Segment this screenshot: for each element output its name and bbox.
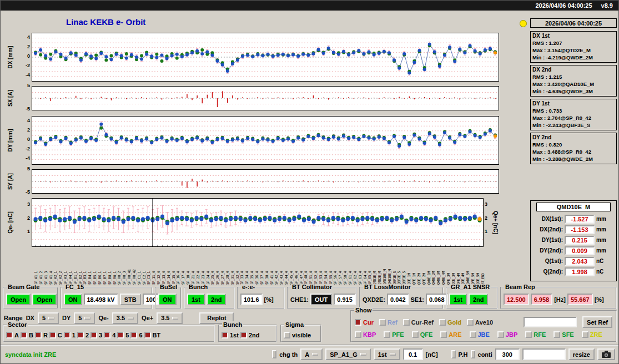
checkbox[interactable] bbox=[412, 331, 419, 338]
y-tick-label: 2 bbox=[27, 127, 30, 133]
checkbox[interactable] bbox=[582, 331, 588, 338]
bunch-2nd-button[interactable]: 2nd bbox=[207, 294, 227, 305]
checkbox[interactable] bbox=[403, 319, 410, 326]
blank-field[interactable] bbox=[522, 348, 566, 360]
show-cur-ref[interactable]: Cur-Ref bbox=[403, 319, 434, 326]
show-ref[interactable]: Ref bbox=[379, 319, 397, 326]
sector-5[interactable]: 5 bbox=[117, 332, 129, 338]
sx-plot[interactable] bbox=[32, 86, 499, 110]
show-jbp[interactable]: JBP bbox=[497, 331, 517, 338]
checkbox[interactable] bbox=[355, 331, 361, 338]
checkbox[interactable] bbox=[6, 332, 13, 338]
interval-field[interactable]: 300 bbox=[495, 348, 520, 360]
checkbox[interactable] bbox=[384, 331, 390, 338]
sector-bt[interactable]: BT bbox=[144, 332, 161, 338]
checkbox[interactable] bbox=[525, 331, 532, 338]
show-kbp[interactable]: KBP bbox=[355, 331, 376, 338]
che1-out-button[interactable]: OUT bbox=[310, 294, 332, 305]
checkbox[interactable] bbox=[222, 332, 228, 338]
monitor-select-value: SP_A1_G bbox=[330, 351, 358, 358]
sector-b[interactable]: B bbox=[21, 332, 33, 338]
chg-th-toggle[interactable] bbox=[272, 350, 276, 358]
sy-plot[interactable] bbox=[32, 169, 499, 194]
bunch-select[interactable]: 1st bbox=[374, 348, 400, 360]
monitor-x-label: SP_B5_1 bbox=[93, 250, 98, 285]
sector-6[interactable]: 6 bbox=[130, 332, 142, 338]
resize-button[interactable]: resize bbox=[568, 348, 595, 360]
checkbox[interactable] bbox=[144, 332, 151, 338]
checkbox[interactable] bbox=[77, 332, 84, 338]
monitor-x-label: SP_54_4 bbox=[324, 250, 329, 285]
range-qe-plus-select[interactable]: 3.5 bbox=[157, 312, 183, 324]
sector-a[interactable]: A bbox=[6, 332, 19, 338]
fc15-on-button[interactable]: ON bbox=[64, 294, 82, 305]
conti-toggle[interactable] bbox=[471, 350, 475, 358]
checkbox[interactable] bbox=[90, 332, 97, 338]
busel-on-button[interactable]: ON bbox=[158, 294, 177, 305]
checkbox[interactable] bbox=[440, 331, 447, 338]
range-dx-select[interactable]: 5 bbox=[38, 312, 59, 324]
checkbox[interactable] bbox=[35, 332, 42, 338]
checkbox[interactable] bbox=[497, 331, 504, 338]
dy-plot[interactable] bbox=[32, 116, 499, 165]
checkbox[interactable] bbox=[21, 332, 27, 338]
show-sfe[interactable]: SFE bbox=[553, 331, 573, 338]
beam-rep-percent-unit: [%] bbox=[595, 296, 604, 303]
show-ave10[interactable]: Ave10 bbox=[467, 319, 493, 326]
range-qe-minus-select[interactable]: 3.5 bbox=[112, 312, 138, 324]
show-pfe[interactable]: PFE bbox=[384, 331, 404, 338]
sector-2[interactable]: 2 bbox=[77, 332, 89, 338]
bunch-1st-button[interactable]: 1st bbox=[187, 294, 205, 305]
gr-snsr-2nd-button[interactable]: 2nd bbox=[469, 294, 489, 305]
checkbox[interactable] bbox=[355, 319, 361, 326]
checkbox[interactable] bbox=[117, 332, 124, 338]
show-qfe[interactable]: QFE bbox=[412, 331, 433, 338]
sector-3[interactable]: 3 bbox=[90, 332, 102, 338]
ref-name-input[interactable] bbox=[524, 317, 577, 327]
sx-plot-row: SX [A] 5-5 bbox=[3, 86, 499, 110]
sector-c[interactable]: C bbox=[49, 332, 62, 338]
checkbox[interactable] bbox=[130, 332, 137, 338]
checkbox-label: 4 bbox=[112, 332, 115, 338]
checkbox[interactable] bbox=[284, 332, 290, 338]
checkbox[interactable] bbox=[49, 332, 56, 338]
sigma-visible-toggle[interactable]: visible bbox=[284, 332, 311, 338]
ph-toggle[interactable] bbox=[451, 350, 456, 358]
checkbox[interactable] bbox=[470, 331, 476, 338]
bunch-1st[interactable]: 1st bbox=[222, 332, 239, 338]
gr-snsr-1st-button[interactable]: 1st bbox=[449, 294, 467, 305]
sector-4[interactable]: 4 bbox=[104, 332, 115, 338]
dx-plot-row: DX [mm] 420-2-4 bbox=[3, 33, 499, 82]
monitor-select[interactable]: SP_A1_G bbox=[325, 348, 371, 360]
show-gold[interactable]: Gold bbox=[439, 319, 461, 326]
qe-plot[interactable] bbox=[32, 198, 484, 247]
checkbox[interactable] bbox=[467, 319, 474, 326]
sector-select[interactable]: A bbox=[300, 348, 323, 360]
sector-1[interactable]: 1 bbox=[64, 332, 76, 338]
camera-button[interactable] bbox=[597, 348, 615, 360]
beam-gate-open-button-2[interactable]: Open bbox=[32, 294, 57, 305]
show-cur[interactable]: Cur bbox=[355, 319, 374, 326]
sector-r[interactable]: R bbox=[35, 332, 48, 338]
show-are[interactable]: ARE bbox=[440, 331, 461, 338]
dx-plot[interactable] bbox=[32, 33, 499, 82]
checkbox[interactable] bbox=[553, 331, 560, 338]
stat-line: RMS : 1.215 bbox=[532, 73, 615, 80]
range-dy-select[interactable]: 5 bbox=[74, 312, 95, 324]
threshold-field[interactable]: 0.1 bbox=[403, 348, 423, 360]
status-controls: chg th A SP_A1_G 1st 0.1 [nC] P.H conti … bbox=[272, 348, 615, 360]
checkbox[interactable] bbox=[64, 332, 71, 338]
show-zre[interactable]: ZRE bbox=[582, 331, 602, 338]
beam-gate-open-button-1[interactable]: Open bbox=[6, 294, 31, 305]
stat-box-title: DY 1st bbox=[532, 100, 615, 107]
bunch-2nd[interactable]: 2nd bbox=[240, 332, 260, 338]
set-ref-button[interactable]: Set Ref bbox=[582, 316, 612, 328]
fc15-stb-button[interactable]: STB bbox=[120, 294, 141, 305]
y-tick-label: -5 bbox=[26, 106, 30, 112]
checkbox[interactable] bbox=[379, 319, 386, 326]
show-jbe[interactable]: JBE bbox=[470, 331, 490, 338]
show-rfe[interactable]: RFE bbox=[525, 331, 546, 338]
checkbox[interactable] bbox=[240, 332, 247, 338]
checkbox[interactable] bbox=[439, 319, 446, 326]
checkbox[interactable] bbox=[104, 332, 110, 338]
